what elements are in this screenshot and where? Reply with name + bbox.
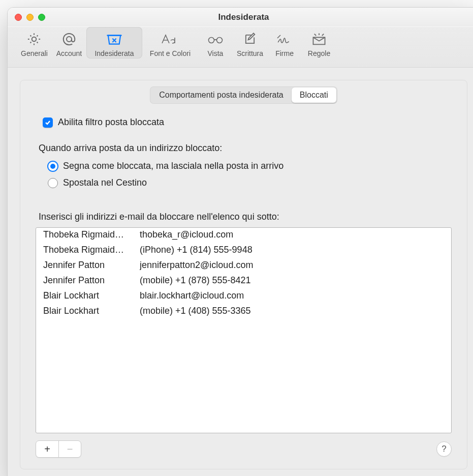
enable-filter-label: Abilita filtro posta bloccata	[58, 117, 164, 128]
close-window-button[interactable]	[15, 14, 22, 21]
list-item-name: Jennifer Patton	[43, 275, 130, 286]
radio-mark[interactable]	[48, 161, 58, 171]
font-icon	[160, 30, 180, 48]
radio-trash[interactable]	[48, 178, 58, 188]
add-button[interactable]: +	[36, 441, 58, 457]
svg-point-2	[208, 38, 214, 43]
list-item-detail: thobeka_r@icloud.com	[140, 229, 444, 240]
segmented-control[interactable]: Comportamenti posta indesiderata Bloccat…	[150, 86, 337, 104]
list-item[interactable]: Blair Lockhartblair.lockhart@icloud.com	[36, 289, 451, 304]
at-icon	[61, 30, 77, 48]
list-item[interactable]: Jennifer Patton(mobile) +1 (878) 555-842…	[36, 274, 451, 289]
toolbar-account[interactable]: Account	[52, 27, 86, 58]
window-controls	[15, 14, 45, 21]
zoom-window-button[interactable]	[38, 14, 45, 21]
list-item[interactable]: Jennifer Pattonjenniferpatton2@icloud.co…	[36, 258, 451, 274]
blocked-list[interactable]: Thobeka Rigmaid…thobeka_r@icloud.comThob…	[36, 227, 452, 433]
enable-filter-row[interactable]: Abilita filtro posta bloccata	[43, 117, 452, 128]
panel-footer: + − ?	[36, 440, 452, 458]
toolbar-scrittura[interactable]: Scrittura	[233, 27, 267, 58]
radio-row-trash[interactable]: Spostala nel Cestino	[48, 177, 452, 188]
preferences-window: Indesiderata Generali Account	[7, 7, 473, 476]
preferences-toolbar: Generali Account Indesiderata	[8, 27, 473, 68]
toolbar-font-e-colori[interactable]: Font e Colori	[142, 27, 198, 58]
enable-filter-checkbox[interactable]	[43, 117, 53, 128]
junk-icon	[106, 30, 123, 48]
help-button[interactable]: ?	[436, 441, 452, 457]
content-area: Comportamenti posta indesiderata Bloccat…	[8, 68, 473, 476]
list-item[interactable]: Thobeka Rigmaid…thobeka_r@icloud.com	[36, 228, 451, 243]
svg-point-1	[67, 37, 72, 42]
svg-point-3	[216, 38, 222, 43]
list-item[interactable]: Blair Lockhart(mobile) +1 (408) 555-3365	[36, 304, 451, 319]
blocked-panel: Comportamenti posta indesiderata Bloccat…	[20, 80, 467, 469]
gear-icon	[26, 30, 42, 48]
add-remove-control: + −	[36, 440, 81, 458]
blocked-list-heading: Inserisci gli indirizzi e-mail da blocca…	[39, 212, 452, 222]
signature-icon	[276, 30, 293, 48]
svg-point-0	[32, 37, 37, 42]
toolbar-vista[interactable]: Vista	[198, 27, 233, 58]
list-item-detail: (mobile) +1 (878) 555-8421	[140, 275, 444, 286]
toolbar-indesiderata[interactable]: Indesiderata	[86, 27, 142, 58]
check-icon	[44, 119, 51, 126]
minimize-window-button[interactable]	[26, 14, 34, 21]
glasses-icon	[206, 30, 225, 48]
list-item-name: Thobeka Rigmaid…	[43, 229, 130, 240]
toolbar-generali[interactable]: Generali	[17, 27, 52, 58]
blocked-action-heading: Quando arriva posta da un indirizzo bloc…	[39, 143, 452, 154]
list-item[interactable]: Thobeka Rigmaid…(iPhone) +1 (814) 555-99…	[36, 243, 451, 258]
rules-icon	[311, 30, 327, 48]
radio-trash-label: Spostala nel Cestino	[63, 177, 147, 188]
help-icon: ?	[442, 444, 446, 454]
list-item-name: Blair Lockhart	[43, 306, 130, 316]
list-item-name: Thobeka Rigmaid…	[43, 245, 130, 255]
toolbar-regole[interactable]: Regole	[302, 27, 336, 58]
window-title: Indesiderata	[218, 12, 269, 22]
list-item-detail: (iPhone) +1 (814) 555-9948	[140, 245, 444, 255]
radio-mark-label: Segna come bloccata, ma lasciala nella p…	[63, 161, 283, 171]
segment-comportamenti[interactable]: Comportamenti posta indesiderata	[151, 87, 292, 103]
remove-button[interactable]: −	[58, 441, 81, 457]
titlebar: Indesiderata	[8, 8, 473, 27]
compose-icon	[243, 30, 257, 48]
list-item-detail: (mobile) +1 (408) 555-3365	[140, 306, 444, 316]
segmented-control-wrap: Comportamenti posta indesiderata Bloccat…	[36, 80, 452, 117]
toolbar-firme[interactable]: Firme	[267, 27, 302, 58]
plus-icon: +	[44, 443, 50, 455]
list-item-name: Jennifer Patton	[43, 260, 130, 271]
radio-row-mark[interactable]: Segna come bloccata, ma lasciala nella p…	[48, 161, 452, 171]
minus-icon: −	[67, 443, 73, 455]
list-item-detail: jenniferpatton2@icloud.com	[140, 260, 444, 271]
list-item-detail: blair.lockhart@icloud.com	[140, 290, 444, 301]
segment-bloccati[interactable]: Bloccati	[292, 87, 336, 103]
list-item-name: Blair Lockhart	[43, 290, 130, 301]
